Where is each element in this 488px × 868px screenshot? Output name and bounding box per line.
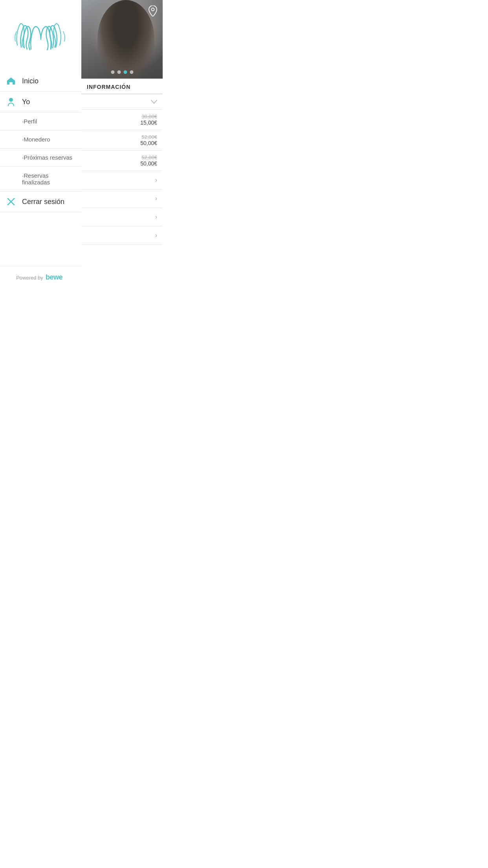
- service-3-current-price: 50,00€: [140, 160, 157, 167]
- carousel-dots: [111, 70, 133, 74]
- person-icon: [6, 97, 16, 107]
- chevron-down-icon: [151, 100, 157, 104]
- service-arrow-1[interactable]: ›: [81, 171, 163, 189]
- monedero-label: ·Monedero: [22, 136, 50, 143]
- powered-by-text: Powered by: [16, 275, 43, 281]
- dot-4[interactable]: [130, 70, 133, 74]
- house-icon: [6, 76, 16, 86]
- sidebar-item-monedero[interactable]: ·Monedero: [0, 131, 81, 149]
- close-icon: [6, 197, 16, 206]
- chevron-right-icon-4: ›: [155, 232, 157, 239]
- perfil-label: ·Perfil: [22, 118, 37, 125]
- service-item-1[interactable]: 30,00€ 15,00€: [81, 110, 163, 130]
- logout-label: Cerrar sesión: [22, 198, 64, 206]
- svg-point-4: [152, 8, 154, 11]
- page-wrapper: Inicio Yo ·Perfil ·Monedero: [0, 0, 163, 289]
- dot-1[interactable]: [111, 70, 114, 74]
- service-2-original-price: 52,00€: [141, 134, 157, 140]
- svg-text:bewe: bewe: [46, 273, 63, 281]
- sidebar-item-perfil[interactable]: ·Perfil: [0, 112, 81, 131]
- service-arrow-3[interactable]: ›: [81, 208, 163, 226]
- service-list: 30,00€ 15,00€ 52,00€ 50,00€ 52,00€ 50,00…: [81, 110, 163, 289]
- brand-logo: [13, 20, 68, 55]
- service-item-3[interactable]: 52,00€ 50,00€: [81, 151, 163, 171]
- location-icon: [149, 6, 157, 19]
- service-item-2[interactable]: 52,00€ 50,00€: [81, 130, 163, 151]
- service-arrow-4[interactable]: ›: [81, 226, 163, 245]
- service-2-current-price: 50,00€: [140, 140, 157, 146]
- hero-image: [81, 0, 163, 79]
- yo-label: Yo: [22, 98, 30, 106]
- proximas-reservas-label: ·Próximas reservas: [22, 154, 72, 161]
- info-section-header: INFORMACIÓN: [81, 79, 163, 94]
- service-1-original-price: 30,00€: [141, 114, 157, 120]
- logo-area: [0, 0, 81, 71]
- chevron-right-icon-2: ›: [155, 195, 157, 202]
- service-3-original-price: 52,00€: [141, 154, 157, 160]
- info-title: INFORMACIÓN: [87, 84, 130, 90]
- powered-by-footer: Powered by bewe: [0, 266, 81, 289]
- sidebar: Inicio Yo ·Perfil ·Monedero: [0, 0, 81, 289]
- bewe-brand: bewe: [46, 272, 65, 283]
- logout-button[interactable]: Cerrar sesión: [0, 191, 81, 212]
- chevron-right-icon-3: ›: [155, 213, 157, 221]
- svg-point-0: [9, 98, 13, 102]
- dot-2[interactable]: [117, 70, 121, 74]
- inicio-label: Inicio: [22, 77, 39, 85]
- reservas-finalizadas-label: ·Reservas finalizadas: [22, 172, 75, 186]
- service-1-current-price: 15,00€: [140, 120, 157, 126]
- sidebar-item-inicio[interactable]: Inicio: [0, 71, 81, 92]
- right-panel: INFORMACIÓN 30,00€ 15,00€ 52,00€ 50,00€ …: [81, 0, 163, 289]
- sidebar-item-yo[interactable]: Yo: [0, 92, 81, 112]
- service-arrow-2[interactable]: ›: [81, 189, 163, 208]
- chevron-right-icon-1: ›: [155, 177, 157, 184]
- nav-items: Inicio Yo ·Perfil ·Monedero: [0, 71, 81, 266]
- dropdown-row[interactable]: [81, 94, 163, 110]
- sidebar-item-reservas-finalizadas[interactable]: ·Reservas finalizadas: [0, 167, 81, 191]
- sidebar-item-proximas-reservas[interactable]: ·Próximas reservas: [0, 149, 81, 167]
- dot-3[interactable]: [123, 70, 127, 74]
